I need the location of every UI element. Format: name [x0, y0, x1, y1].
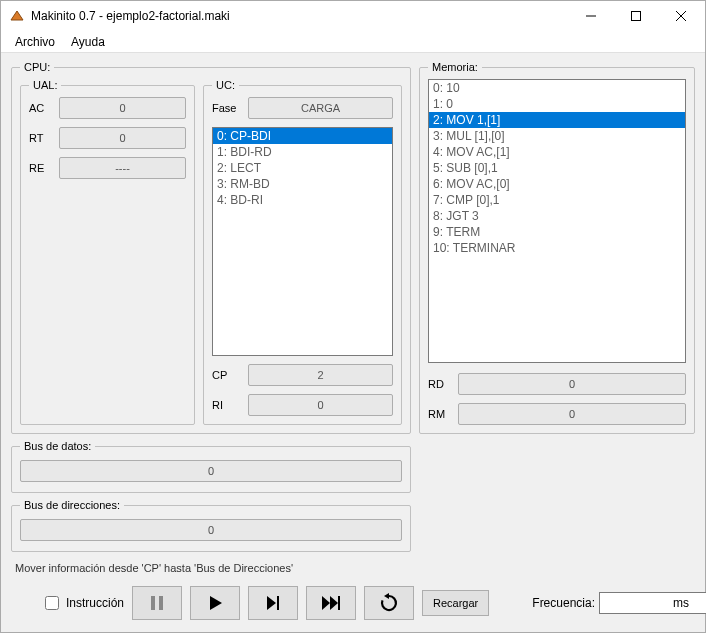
- list-item[interactable]: 1: BDI-RD: [213, 144, 392, 160]
- fast-forward-button[interactable]: [306, 586, 356, 620]
- rm-label: RM: [428, 408, 452, 420]
- minimize-button[interactable]: [568, 2, 613, 31]
- bus-datos-group: Bus de datos: 0: [11, 440, 411, 493]
- fast-forward-icon: [321, 594, 341, 612]
- svg-marker-10: [322, 596, 330, 610]
- cp-label: CP: [212, 369, 242, 381]
- reset-icon: [379, 593, 399, 613]
- fase-value: CARGA: [248, 97, 393, 119]
- window-title: Makinito 0.7 - ejemplo2-factorial.maki: [31, 9, 568, 23]
- memoria-legend: Memoria:: [428, 61, 482, 73]
- memoria-list[interactable]: 0: 101: 02: MOV 1,[1]3: MUL [1],[0]4: MO…: [428, 79, 686, 363]
- ri-value: 0: [248, 394, 393, 416]
- list-item[interactable]: 7: CMP [0],1: [429, 192, 685, 208]
- recargar-button[interactable]: Recargar: [422, 590, 489, 616]
- frecuencia-input[interactable]: [599, 592, 706, 614]
- bus-dir-legend: Bus de direcciones:: [20, 499, 124, 511]
- reset-button[interactable]: [364, 586, 414, 620]
- list-item[interactable]: 0: CP-BDI: [213, 128, 392, 144]
- list-item[interactable]: 10: TERMINAR: [429, 240, 685, 256]
- step-button[interactable]: [248, 586, 298, 620]
- ac-value: 0: [59, 97, 186, 119]
- svg-rect-2: [631, 12, 640, 21]
- uc-legend: UC:: [212, 79, 239, 91]
- pause-button[interactable]: [132, 586, 182, 620]
- list-item[interactable]: 4: MOV AC,[1]: [429, 144, 685, 160]
- close-button[interactable]: [658, 2, 703, 31]
- list-item[interactable]: 2: LECT: [213, 160, 392, 176]
- re-label: RE: [29, 162, 53, 174]
- ri-label: RI: [212, 399, 242, 411]
- svg-marker-0: [11, 11, 23, 20]
- menu-archivo[interactable]: Archivo: [7, 33, 63, 51]
- play-icon: [206, 594, 224, 612]
- ac-label: AC: [29, 102, 53, 114]
- list-item[interactable]: 6: MOV AC,[0]: [429, 176, 685, 192]
- svg-marker-11: [330, 596, 338, 610]
- memoria-group: Memoria: 0: 101: 02: MOV 1,[1]3: MUL [1]…: [419, 61, 695, 434]
- cp-value: 2: [248, 364, 393, 386]
- step-icon: [264, 594, 282, 612]
- list-item[interactable]: 0: 10: [429, 80, 685, 96]
- list-item[interactable]: 4: BD-RI: [213, 192, 392, 208]
- bus-datos-legend: Bus de datos:: [20, 440, 95, 452]
- rd-label: RD: [428, 378, 452, 390]
- svg-rect-12: [338, 596, 340, 610]
- titlebar: Makinito 0.7 - ejemplo2-factorial.maki: [1, 1, 705, 31]
- app-window: Makinito 0.7 - ejemplo2-factorial.maki A…: [0, 0, 706, 633]
- ms-label: ms: [673, 596, 689, 610]
- cpu-legend: CPU:: [20, 61, 54, 73]
- uc-group: UC: FaseCARGA 0: CP-BDI1: BDI-RD2: LECT3…: [203, 79, 402, 425]
- play-button[interactable]: [190, 586, 240, 620]
- toolbar: Instrucción Recargar Frecuencia:: [11, 584, 695, 628]
- frecuencia-label: Frecuencia:: [532, 596, 595, 610]
- bus-dir-value: 0: [20, 519, 402, 541]
- svg-rect-5: [151, 596, 155, 610]
- svg-marker-7: [210, 596, 222, 610]
- menu-ayuda[interactable]: Ayuda: [63, 33, 113, 51]
- client-area: CPU: UAL: AC0 RT0 RE---- UC: FaseCARGA 0…: [1, 53, 705, 632]
- rt-value: 0: [59, 127, 186, 149]
- svg-rect-9: [277, 596, 279, 610]
- list-item[interactable]: 9: TERM: [429, 224, 685, 240]
- svg-marker-8: [267, 596, 276, 610]
- bus-datos-value: 0: [20, 460, 402, 482]
- svg-rect-6: [159, 596, 163, 610]
- list-item[interactable]: 1: 0: [429, 96, 685, 112]
- status-text: Mover información desde 'CP' hasta 'Bus …: [11, 558, 695, 578]
- instruccion-check-input[interactable]: [45, 596, 59, 610]
- ual-legend: UAL:: [29, 79, 61, 91]
- list-item[interactable]: 8: JGT 3: [429, 208, 685, 224]
- list-item[interactable]: 3: RM-BD: [213, 176, 392, 192]
- rt-label: RT: [29, 132, 53, 144]
- instruccion-label: Instrucción: [66, 596, 124, 610]
- instruccion-checkbox[interactable]: Instrucción: [41, 593, 124, 613]
- menubar: Archivo Ayuda: [1, 31, 705, 53]
- list-item[interactable]: 2: MOV 1,[1]: [429, 112, 685, 128]
- uc-microops-list[interactable]: 0: CP-BDI1: BDI-RD2: LECT3: RM-BD4: BD-R…: [212, 127, 393, 356]
- frecuencia-spinner[interactable]: ▲ ▼: [599, 592, 669, 614]
- re-value: ----: [59, 157, 186, 179]
- list-item[interactable]: 3: MUL [1],[0]: [429, 128, 685, 144]
- app-icon: [9, 8, 25, 24]
- svg-marker-13: [384, 593, 389, 599]
- rd-value: 0: [458, 373, 686, 395]
- list-item[interactable]: 5: SUB [0],1: [429, 160, 685, 176]
- rm-value: 0: [458, 403, 686, 425]
- fase-label: Fase: [212, 102, 242, 114]
- ual-group: UAL: AC0 RT0 RE----: [20, 79, 195, 425]
- cpu-group: CPU: UAL: AC0 RT0 RE---- UC: FaseCARGA 0…: [11, 61, 411, 434]
- bus-dir-group: Bus de direcciones: 0: [11, 499, 411, 552]
- maximize-button[interactable]: [613, 2, 658, 31]
- pause-icon: [148, 594, 166, 612]
